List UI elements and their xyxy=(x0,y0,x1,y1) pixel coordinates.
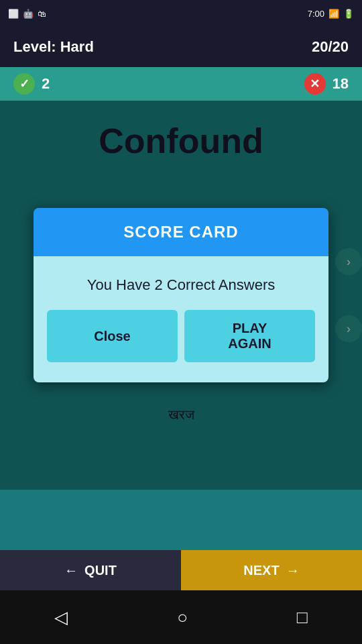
screen-icon: ⬜ xyxy=(8,9,19,19)
check-icon: ✓ xyxy=(13,73,35,95)
incorrect-count: 18 xyxy=(333,75,349,93)
modal-header: SCORE CARD xyxy=(34,208,328,256)
status-icons-right: 7:00 📶 🔋 xyxy=(308,9,354,19)
arrow-left-icon: ← xyxy=(64,563,78,578)
bag-icon: 🛍 xyxy=(38,9,46,19)
arrow-right-icon: → xyxy=(286,563,300,578)
modal-buttons: Close PLAY AGAIN xyxy=(47,310,315,362)
correct-count: 2 xyxy=(42,75,50,93)
quit-label: QUIT xyxy=(84,563,117,578)
incorrect-score: ✕ 18 xyxy=(304,73,349,95)
modal-body: You Have 2 Correct Answers Close PLAY AG… xyxy=(34,256,328,382)
battery-icon: 🔋 xyxy=(343,9,354,19)
modal-message: You Have 2 Correct Answers xyxy=(47,276,315,294)
recents-icon[interactable]: □ xyxy=(297,607,308,628)
modal-title: SCORE CARD xyxy=(123,223,238,241)
signal-icon: 📶 xyxy=(328,9,339,19)
status-bar: ⬜ 🤖 🛍 7:00 📶 🔋 xyxy=(0,0,362,27)
next-label: NEXT xyxy=(243,563,279,578)
top-header: Level: Hard 20/20 xyxy=(0,27,362,67)
android-nav-bar: ◁ ○ □ xyxy=(0,590,362,644)
next-button[interactable]: NEXT → xyxy=(181,550,362,590)
level-label: Level: Hard xyxy=(13,38,94,56)
score-row: ✓ 2 ✕ 18 xyxy=(0,67,362,101)
bottom-nav: ← QUIT NEXT → xyxy=(0,550,362,590)
correct-score: ✓ 2 xyxy=(13,73,50,95)
quit-button[interactable]: ← QUIT xyxy=(0,550,181,590)
score-label: 20/20 xyxy=(312,38,349,56)
notification-icon: 🤖 xyxy=(23,9,34,19)
score-card-modal: SCORE CARD You Have 2 Correct Answers Cl… xyxy=(34,208,328,382)
home-icon[interactable]: ○ xyxy=(177,607,188,628)
close-button[interactable]: Close xyxy=(47,310,178,362)
time-display: 7:00 xyxy=(308,9,324,19)
play-again-button[interactable]: PLAY AGAIN xyxy=(184,310,315,362)
status-icons-left: ⬜ 🤖 🛍 xyxy=(8,9,46,19)
x-icon: ✕ xyxy=(304,73,326,95)
back-icon[interactable]: ◁ xyxy=(54,607,68,628)
game-area: Confound › › खरज SCORE CARD You Have 2 C… xyxy=(0,101,362,490)
